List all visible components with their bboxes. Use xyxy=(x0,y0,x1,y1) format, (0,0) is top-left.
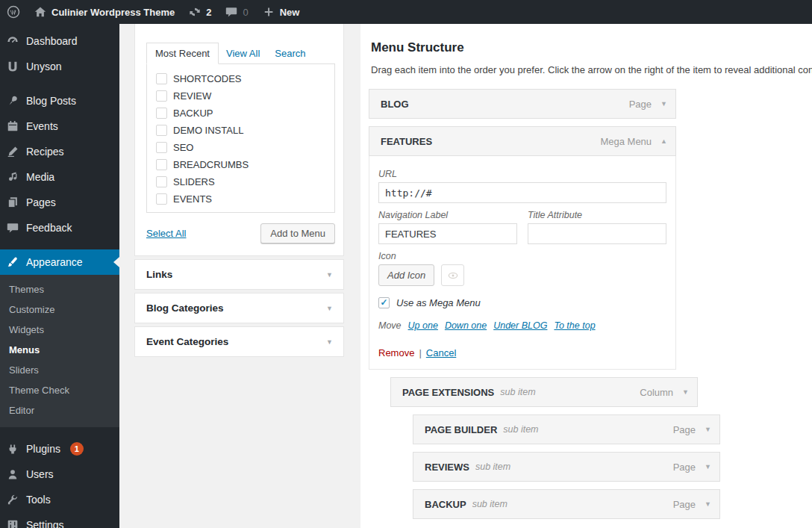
menu-item-handle[interactable]: PAGE BUILDER sub item Page ▼ xyxy=(413,414,720,444)
title-attribute-label: Title Attribute xyxy=(528,210,666,220)
submenu-item-editor[interactable]: Editor xyxy=(0,400,119,420)
checkbox[interactable] xyxy=(156,142,167,153)
menu-item-handle[interactable]: FEATURES Mega Menu ▲ xyxy=(369,126,676,156)
sidebar-item-label: Pages xyxy=(26,196,56,208)
url-input[interactable] xyxy=(378,182,666,203)
sidebar-separator xyxy=(0,427,119,436)
cancel-link[interactable]: Cancel xyxy=(426,347,456,358)
checklist-item[interactable]: BREADCRUMBS xyxy=(156,156,334,173)
checkbox[interactable] xyxy=(156,73,167,84)
move-down-one-link[interactable]: Down one xyxy=(445,320,487,331)
submenu-item-sliders[interactable]: Sliders xyxy=(0,360,119,380)
move-label: Move xyxy=(378,320,402,331)
sidebar-item-dashboard[interactable]: Dashboard xyxy=(0,28,119,54)
current-menu-arrow xyxy=(113,257,119,267)
mega-menu-option[interactable]: Use as Mega Menu xyxy=(378,297,666,308)
expand-arrow-icon[interactable]: ▼ xyxy=(682,388,689,396)
accordion-event-categories[interactable]: Event Categories ▼ xyxy=(134,326,344,357)
sidebar-item-blog-posts[interactable]: Blog Posts xyxy=(0,88,119,114)
submenu-item-theme-check[interactable]: Theme Check xyxy=(0,380,119,400)
sub-item-label: sub item xyxy=(472,499,508,509)
home-icon xyxy=(34,5,47,19)
sidebar-item-label: Plugins xyxy=(26,443,60,455)
checklist-item[interactable]: SHORTCODES xyxy=(156,70,334,87)
expand-arrow-icon[interactable]: ▼ xyxy=(705,500,711,508)
wordpress-menu-button[interactable] xyxy=(0,0,27,24)
move-under-blog-link[interactable]: Under BLOG xyxy=(493,320,547,331)
menu-item-handle[interactable]: PAGE EXTENSIONS sub item Column ▼ xyxy=(390,377,698,407)
navigation-label-input[interactable] xyxy=(378,223,517,244)
edit-pencil-icon xyxy=(6,145,19,158)
add-menu-items-column: Most Recent View All Search SHORTCODES R… xyxy=(134,24,344,357)
preview-icon-button[interactable] xyxy=(441,264,464,286)
add-to-menu-button[interactable]: Add to Menu xyxy=(260,223,335,243)
comments-button[interactable]: 0 xyxy=(218,0,254,24)
checklist-item[interactable]: EVENTS xyxy=(156,190,334,208)
sub-item-label: sub item xyxy=(475,462,510,472)
submenu-item-customize[interactable]: Customize xyxy=(0,299,119,320)
remove-link[interactable]: Remove xyxy=(378,347,414,358)
navigation-label: Navigation Label xyxy=(378,210,517,220)
add-icon-button[interactable]: Add Icon xyxy=(378,264,434,286)
sidebar-item-label: Recipes xyxy=(26,146,64,158)
expand-arrow-icon[interactable]: ▼ xyxy=(705,426,711,433)
move-up-one-link[interactable]: Up one xyxy=(408,320,438,331)
dashboard-icon xyxy=(6,34,19,48)
admin-bar: Culinier Wordpress Theme 2 0 New xyxy=(0,0,812,24)
checklist-item[interactable]: SLIDERS xyxy=(156,173,334,190)
tab-most-recent[interactable]: Most Recent xyxy=(146,43,219,64)
menu-item-handle[interactable]: BLOG Page ▼ xyxy=(369,89,676,119)
checkbox[interactable] xyxy=(156,193,167,205)
checkbox[interactable] xyxy=(156,159,167,170)
tab-search[interactable]: Search xyxy=(267,43,313,63)
menu-item-handle[interactable]: REVIEWS sub item Page ▼ xyxy=(413,452,720,482)
collapse-arrow-icon[interactable]: ▲ xyxy=(660,137,667,145)
sidebar-item-users[interactable]: Users xyxy=(0,462,119,487)
submenu-item-themes[interactable]: Themes xyxy=(0,279,119,299)
sidebar-item-events[interactable]: Events xyxy=(0,114,119,139)
checklist-item[interactable]: DEMO INSTALL xyxy=(156,122,334,139)
select-all-link[interactable]: Select All xyxy=(146,228,186,239)
new-content-button[interactable]: New xyxy=(255,0,307,24)
sidebar-item-unyson[interactable]: Unyson xyxy=(0,54,119,79)
expand-arrow-icon[interactable]: ▼ xyxy=(705,463,711,470)
sidebar-item-pages[interactable]: Pages xyxy=(0,190,119,215)
sidebar-item-recipes[interactable]: Recipes xyxy=(0,139,119,164)
accordion-blog-categories[interactable]: Blog Categories ▼ xyxy=(134,293,344,323)
checkbox[interactable] xyxy=(156,176,167,187)
title-attribute-input[interactable] xyxy=(528,223,666,244)
checkbox[interactable] xyxy=(156,125,167,136)
sidebar-item-plugins[interactable]: Plugins 1 xyxy=(0,436,119,462)
checklist-item[interactable]: BACKUP xyxy=(156,105,334,122)
media-icon xyxy=(6,170,19,184)
appearance-brush-icon xyxy=(6,255,19,269)
sidebar-item-feedback[interactable]: Feedback xyxy=(0,215,119,240)
site-menu-button[interactable]: Culinier Wordpress Theme xyxy=(27,0,181,24)
move-to-top-link[interactable]: To the top xyxy=(554,320,595,331)
updates-button[interactable]: 2 xyxy=(181,0,218,24)
checklist-item[interactable]: REVIEW xyxy=(156,87,334,105)
sidebar-item-settings[interactable]: Settings xyxy=(0,512,119,528)
sidebar-item-tools[interactable]: Tools xyxy=(0,487,119,512)
submenu-item-widgets[interactable]: Widgets xyxy=(0,320,119,340)
sidebar-item-media[interactable]: Media xyxy=(0,164,119,190)
menu-structure-panel: Menu Structure Drag each item into the o… xyxy=(360,24,812,528)
tab-view-all[interactable]: View All xyxy=(219,43,267,63)
comment-count: 0 xyxy=(243,7,248,18)
expand-arrow-icon[interactable]: ▼ xyxy=(660,100,667,108)
pages-metabox: Most Recent View All Search SHORTCODES R… xyxy=(134,24,344,256)
update-count: 2 xyxy=(206,7,211,18)
unyson-icon xyxy=(6,60,19,73)
accordion-links[interactable]: Links ▼ xyxy=(134,259,344,290)
sidebar-item-label: Tools xyxy=(26,494,51,506)
checkbox[interactable] xyxy=(156,108,167,119)
sidebar-item-appearance[interactable]: Appearance xyxy=(0,249,119,275)
checklist-actions: Select All Add to Menu xyxy=(146,223,335,243)
checkbox[interactable] xyxy=(156,90,167,102)
checked-checkbox[interactable] xyxy=(378,297,390,308)
submenu-item-menus[interactable]: Menus xyxy=(0,340,119,360)
chevron-down-icon: ▼ xyxy=(326,338,333,346)
settings-icon xyxy=(6,518,19,528)
checklist-item[interactable]: SEO xyxy=(156,139,334,156)
menu-item-handle[interactable]: BACKUP sub item Page ▼ xyxy=(413,489,720,519)
